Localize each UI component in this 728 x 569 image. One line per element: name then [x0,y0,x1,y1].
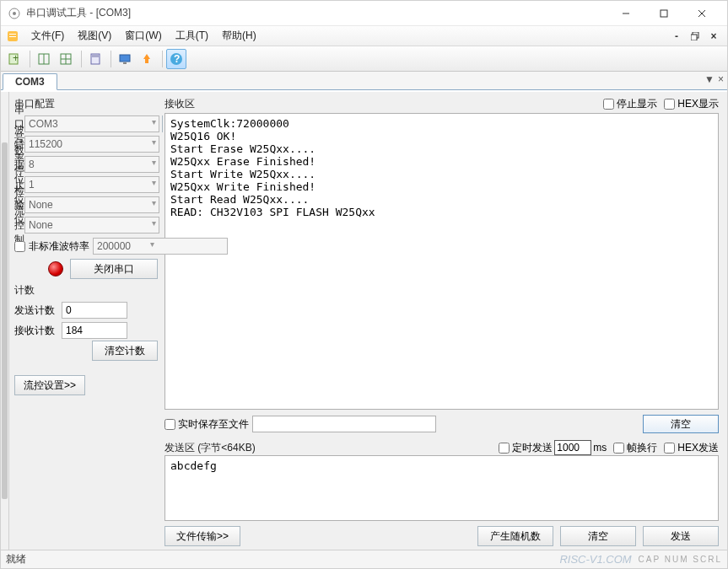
nonstd-input[interactable] [93,238,228,255]
layout1-icon[interactable] [34,49,54,69]
hex-display-checkbox[interactable] [664,99,675,110]
svg-marker-22 [143,54,150,63]
clear-recv-button[interactable]: 清空 [643,415,719,433]
calc-icon[interactable] [85,49,105,69]
svg-rect-21 [123,62,127,64]
window-title: 串口调试工具 - [COM3] [26,6,607,20]
realtime-save-label: 实时保存至文件 [178,417,249,432]
left-scrollbar[interactable] [1,92,9,550]
close-port-button[interactable]: 关闭串口 [70,259,158,279]
svg-text:+: + [13,52,19,64]
svg-rect-7 [9,34,16,35]
rx-count-label: 接收计数 [14,324,60,338]
recv-textarea[interactable]: SystemClk:72000000 W25Q16 OK! Start Eras… [164,113,719,410]
clear-send-button[interactable]: 清空 [560,526,636,546]
send-button[interactable]: 发送 [643,526,719,546]
right-panel: 接收区 停止显示 HEX显示 SystemClk:72000000 W25Q16… [163,92,719,550]
minimize-button[interactable] [607,1,644,26]
mdi-restore-button[interactable] [687,30,704,43]
flow-select[interactable] [24,217,159,234]
content-area: 串口配置 串口号 刷新 波特率 数据位 停止位 检验位 流控制 非标准波特 [1,92,719,550]
random-button[interactable]: 产生随机数 [477,526,553,546]
tx-count-label: 发送计数 [14,303,60,318]
statusbar: 就绪 RISC-V1.COM CAP NUM SCRL [1,550,727,568]
data-select[interactable] [24,156,159,173]
svg-rect-3 [661,10,667,17]
clear-count-button[interactable]: 清空计数 [92,341,158,361]
close-button[interactable] [682,1,720,26]
tabbar: COM3 ▼ × [1,72,727,90]
menu-help[interactable]: 帮助(H) [215,26,263,46]
new-icon[interactable]: + [4,49,24,69]
send-textarea[interactable] [164,455,719,521]
maximize-button[interactable] [644,1,682,26]
right-scrollbar[interactable] [719,92,727,550]
svg-rect-10 [691,35,697,40]
mdi-close-button[interactable]: × [705,30,722,43]
panel-title: 串口配置 [14,95,158,115]
tab-com3[interactable]: COM3 [3,73,57,90]
watermark-text: RISC-V1.COM [559,553,631,566]
timer-input[interactable] [554,440,591,455]
record-icon [48,261,63,276]
arrow-icon[interactable] [137,49,157,69]
svg-rect-8 [9,36,16,37]
titlebar: 串口调试工具 - [COM3] [1,1,727,26]
tx-count-input[interactable] [62,302,127,319]
menu-tools[interactable]: 工具(T) [169,26,215,46]
menu-view[interactable]: 视图(V) [71,26,118,46]
tab-close-icon[interactable]: × [718,73,724,85]
nonstd-checkbox[interactable] [14,241,25,252]
help-icon[interactable]: ? [166,49,186,69]
tab-dropdown-icon[interactable]: ▼ [704,73,715,85]
app-icon [8,7,21,20]
menu-file[interactable]: 文件(F) [24,26,71,46]
recv-title: 接收区 [164,97,195,111]
svg-rect-20 [120,55,130,62]
nonstd-label: 非标准波特率 [29,239,89,254]
count-title: 计数 [14,282,158,301]
port-select[interactable] [24,115,159,132]
realtime-save-checkbox[interactable] [164,419,175,430]
timed-send-checkbox[interactable] [499,443,510,454]
layout2-icon[interactable] [56,49,76,69]
svg-text:?: ? [174,53,180,65]
stop-display-checkbox[interactable] [603,99,614,110]
menubar: 文件(F) 视图(V) 窗口(W) 工具(T) 帮助(H) - × [1,26,727,46]
hex-display-label: HEX显示 [677,97,719,111]
status-text: 就绪 [6,552,559,566]
toolbar: + ? [1,46,727,72]
stop-display-label: 停止显示 [617,97,657,111]
save-path-input[interactable] [252,416,436,432]
monitor-icon[interactable] [115,49,135,69]
menu-window[interactable]: 窗口(W) [118,26,168,46]
svg-point-1 [13,12,16,15]
mdi-minimize-button[interactable]: - [668,30,685,43]
flow-setting-button[interactable]: 流控设置>> [14,375,85,395]
send-title: 发送区 (字节<64KB) [164,441,256,455]
rx-count-input[interactable] [62,322,127,339]
file-transfer-button[interactable]: 文件传输>> [164,526,240,546]
baud-select[interactable] [24,136,159,153]
key-indicators: CAP NUM SCRL [639,555,722,564]
serial-config-panel: 串口配置 串口号 刷新 波特率 数据位 停止位 检验位 流控制 非标准波特 [9,92,163,550]
timed-send-label: 定时发送 [512,441,553,455]
stop-select[interactable] [24,176,159,193]
parity-select[interactable] [24,196,159,213]
svg-rect-19 [92,55,99,57]
menubar-icon [6,30,19,43]
frame-wrap-label: 帧换行 [627,441,657,455]
hex-send-checkbox[interactable] [664,443,675,454]
timer-unit: ms [593,442,607,454]
frame-wrap-checkbox[interactable] [613,443,624,454]
hex-send-label: HEX发送 [677,441,719,455]
